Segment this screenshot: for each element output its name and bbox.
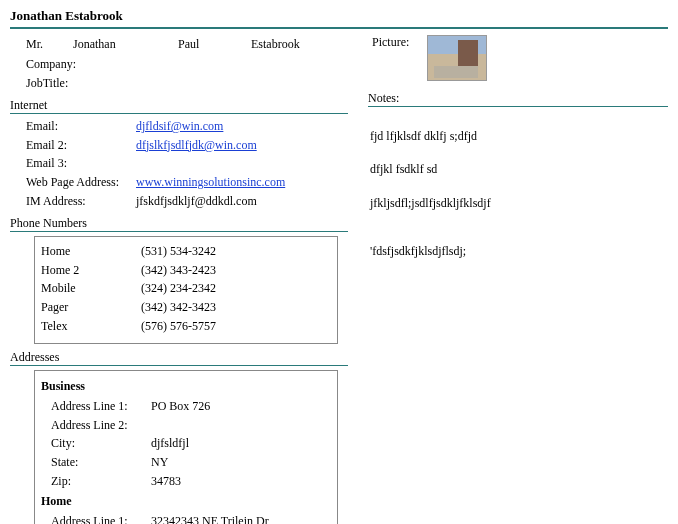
notes-line: dfjkl fsdklf sd	[370, 161, 668, 178]
address-box: Business Address Line 1:PO Box 726 Addre…	[34, 370, 338, 524]
im-value: jfskdfjsdkljf@ddkdl.com	[136, 193, 257, 210]
contact-picture	[427, 35, 487, 81]
name-last: Estabrook	[251, 35, 300, 54]
phone-row: Home(531) 534-3242	[41, 243, 331, 260]
email3-label: Email 3:	[26, 155, 136, 172]
notes-line: fjd lfjklsdf dklfj s;dfjd	[370, 128, 668, 145]
zip-label: Zip:	[51, 473, 151, 490]
picture-label: Picture:	[372, 35, 409, 50]
phone-label: Mobile	[41, 280, 141, 297]
phone-row: Pager(342) 342-3423	[41, 299, 331, 316]
business-city: djfsldfjl	[151, 435, 189, 452]
notes-line: 'fdsfjsdkfjklsdjflsdj;	[370, 243, 668, 260]
webpage-label: Web Page Address:	[26, 174, 136, 191]
business-state: NY	[151, 454, 168, 471]
name-first: Jonathan	[73, 35, 175, 54]
addr2-label: Address Line 2:	[51, 417, 151, 434]
company-label: Company:	[26, 56, 118, 73]
phone-label: Pager	[41, 299, 141, 316]
phone-label: Home 2	[41, 262, 141, 279]
section-addresses: Addresses	[10, 350, 348, 366]
page-title: Jonathan Estabrook	[10, 8, 668, 29]
business-heading: Business	[41, 379, 331, 394]
business-addr1: PO Box 726	[151, 398, 210, 415]
section-internet: Internet	[10, 98, 348, 114]
city-label: City:	[51, 435, 151, 452]
name-row: Mr. Jonathan Paul Estabrook	[26, 35, 348, 54]
phone-label: Telex	[41, 318, 141, 335]
phone-value: (324) 234-2342	[141, 280, 216, 297]
home-heading: Home	[41, 494, 331, 509]
phone-label: Home	[41, 243, 141, 260]
phone-row: Telex(576) 576-5757	[41, 318, 331, 335]
section-phone: Phone Numbers	[10, 216, 348, 232]
notes-label: Notes:	[368, 91, 668, 107]
notes-line: jfkljsdfl;jsdlfjsdkljfklsdjf	[370, 195, 668, 212]
im-label: IM Address:	[26, 193, 136, 210]
phone-row: Home 2(342) 343-2423	[41, 262, 331, 279]
business-zip: 34783	[151, 473, 181, 490]
notes-body: fjd lfjklsdf dklfj s;dfjd dfjkl fsdklf s…	[370, 111, 668, 276]
jobtitle-label: JobTitle:	[26, 75, 118, 92]
phone-value: (576) 576-5757	[141, 318, 216, 335]
phone-value: (342) 343-2423	[141, 262, 216, 279]
home-addr1: 32342343 NE Trilein Dr	[151, 513, 269, 524]
phone-box: Home(531) 534-3242 Home 2(342) 343-2423 …	[34, 236, 338, 344]
addr1-label: Address Line 1:	[51, 513, 151, 524]
email2-link[interactable]: dfjslkfjsdlfjdk@win.com	[136, 137, 257, 154]
phone-value: (342) 342-3423	[141, 299, 216, 316]
phone-value: (531) 534-3242	[141, 243, 216, 260]
webpage-link[interactable]: www.winningsolutionsinc.com	[136, 174, 285, 191]
email-label: Email:	[26, 118, 136, 135]
name-middle: Paul	[178, 35, 248, 54]
state-label: State:	[51, 454, 151, 471]
phone-row: Mobile(324) 234-2342	[41, 280, 331, 297]
email2-label: Email 2:	[26, 137, 136, 154]
email-link[interactable]: djfldsif@win.com	[136, 118, 223, 135]
addr1-label: Address Line 1:	[51, 398, 151, 415]
name-prefix: Mr.	[26, 35, 70, 54]
